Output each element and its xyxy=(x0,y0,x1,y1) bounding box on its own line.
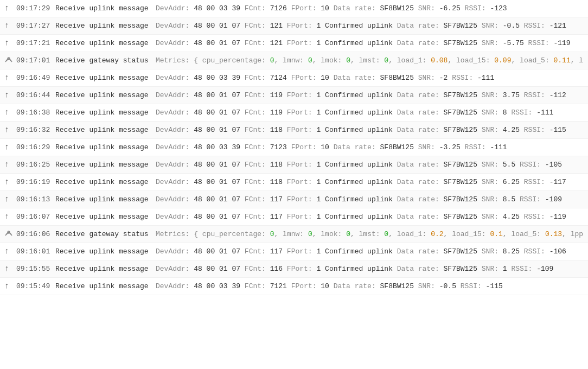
uplink-icon: ↑ xyxy=(4,160,16,169)
log-data: Metrics: { cpu_percentage: 0, lmnw: 0, l… xyxy=(156,56,584,65)
log-data: DevAddr: 48 00 01 07 FCnt: 119 FPort: 1 … xyxy=(156,109,584,117)
log-data: Metrics: { cpu_percentage: 0, lmnw: 0, l… xyxy=(156,230,584,238)
log-data: DevAddr: 48 00 01 07 FCnt: 118 FPort: 1 … xyxy=(156,178,584,186)
uplink-icon: ↑ xyxy=(4,177,16,187)
log-data: DevAddr: 48 00 01 07 FCnt: 118 FPort: 1 … xyxy=(156,126,584,134)
log-data: DevAddr: 48 00 01 07 FCnt: 117 FPort: 1 … xyxy=(156,195,584,203)
log-data: DevAddr: 48 00 01 07 FCnt: 119 FPort: 1 … xyxy=(156,91,584,99)
log-row: ↑09:16:32Receive uplink messageDevAddr: … xyxy=(0,122,588,139)
log-time: 09:15:49 xyxy=(16,282,55,290)
gateway-icon xyxy=(4,56,16,65)
log-row: ↑09:15:55Receive uplink messageDevAddr: … xyxy=(0,260,588,278)
log-row: ↑09:16:07Receive uplink messageDevAddr: … xyxy=(0,208,588,226)
log-time: 09:16:01 xyxy=(16,247,55,256)
log-type: Receive uplink message xyxy=(55,282,156,290)
log-row: ↑09:16:13Receive uplink messageDevAddr: … xyxy=(0,191,588,208)
uplink-icon: ↑ xyxy=(4,212,16,221)
log-type: Receive uplink message xyxy=(55,161,156,169)
log-type: Receive gateway status xyxy=(55,56,156,65)
log-time: 09:17:21 xyxy=(16,39,55,47)
log-time: 09:16:19 xyxy=(16,178,55,186)
log-row: ↑09:15:49Receive uplink messageDevAddr: … xyxy=(0,278,588,295)
log-type: Receive uplink message xyxy=(55,195,156,203)
log-type: Receive uplink message xyxy=(55,109,156,117)
log-type: Receive uplink message xyxy=(55,265,156,273)
log-type: Receive uplink message xyxy=(55,126,156,134)
log-row: ↑09:17:21Receive uplink messageDevAddr: … xyxy=(0,35,588,52)
log-row: 09:17:01Receive gateway statusMetrics: {… xyxy=(0,52,588,69)
log-type: Receive uplink message xyxy=(55,91,156,99)
log-data: DevAddr: 48 00 01 07 FCnt: 121 FPort: 1 … xyxy=(156,22,584,30)
log-row: ↑09:17:27Receive uplink messageDevAddr: … xyxy=(0,17,588,35)
log-type: Receive uplink message xyxy=(55,247,156,256)
log-time: 09:16:06 xyxy=(16,230,55,238)
log-data: DevAddr: 48 00 01 07 FCnt: 118 FPort: 1 … xyxy=(156,161,584,169)
uplink-icon: ↑ xyxy=(4,4,16,13)
log-type: Receive uplink message xyxy=(55,22,156,30)
uplink-icon: ↑ xyxy=(4,39,16,48)
uplink-icon: ↑ xyxy=(4,73,16,82)
log-row: ↑09:16:44Receive uplink messageDevAddr: … xyxy=(0,87,588,104)
log-time: 09:16:38 xyxy=(16,109,55,117)
log-row: ↑09:16:25Receive uplink messageDevAddr: … xyxy=(0,156,588,174)
log-data: DevAddr: 48 00 03 39 FCnt: 7123 FPort: 1… xyxy=(156,143,584,151)
log-type: Receive gateway status xyxy=(55,230,156,238)
uplink-icon: ↑ xyxy=(4,264,16,273)
uplink-icon: ↑ xyxy=(4,143,16,152)
uplink-icon: ↑ xyxy=(4,282,16,291)
log-row: ↑09:16:29Receive uplink messageDevAddr: … xyxy=(0,139,588,156)
log-time: 09:16:13 xyxy=(16,195,55,203)
log-row: ↑09:16:49Receive uplink messageDevAddr: … xyxy=(0,69,588,87)
log-time: 09:16:32 xyxy=(16,126,55,134)
log-data: DevAddr: 48 00 01 07 FCnt: 116 FPort: 1 … xyxy=(156,265,584,273)
log-time: 09:16:25 xyxy=(16,161,55,169)
log-time: 09:16:49 xyxy=(16,74,55,82)
gateway-icon xyxy=(4,230,16,238)
uplink-icon: ↑ xyxy=(4,21,16,30)
log-data: DevAddr: 48 00 01 07 FCnt: 117 FPort: 1 … xyxy=(156,247,584,256)
uplink-icon: ↑ xyxy=(4,247,16,256)
log-data: DevAddr: 48 00 03 39 FCnt: 7124 FPort: 1… xyxy=(156,74,584,82)
log-time: 09:16:44 xyxy=(16,91,55,99)
log-time: 09:17:27 xyxy=(16,22,55,30)
log-data: DevAddr: 48 00 01 07 FCnt: 121 FPort: 1 … xyxy=(156,39,584,47)
log-container: ↑09:17:29Receive uplink messageDevAddr: … xyxy=(0,0,588,295)
log-type: Receive uplink message xyxy=(55,213,156,221)
log-row: ↑09:16:01Receive uplink messageDevAddr: … xyxy=(0,243,588,260)
log-data: DevAddr: 48 00 03 39 FCnt: 7126 FPort: 1… xyxy=(156,4,584,12)
log-data: DevAddr: 48 00 01 07 FCnt: 117 FPort: 1 … xyxy=(156,213,584,221)
log-data: DevAddr: 48 00 03 39 FCnt: 7121 FPort: 1… xyxy=(156,282,584,290)
log-type: Receive uplink message xyxy=(55,74,156,82)
uplink-icon: ↑ xyxy=(4,108,16,117)
log-time: 09:16:29 xyxy=(16,143,55,151)
uplink-icon: ↑ xyxy=(4,91,16,100)
log-row: ↑09:16:38Receive uplink messageDevAddr: … xyxy=(0,104,588,122)
log-time: 09:17:01 xyxy=(16,56,55,65)
uplink-icon: ↑ xyxy=(4,195,16,204)
log-type: Receive uplink message xyxy=(55,4,156,12)
log-time: 09:15:55 xyxy=(16,265,55,273)
log-time: 09:16:07 xyxy=(16,213,55,221)
log-type: Receive uplink message xyxy=(55,39,156,47)
log-type: Receive uplink message xyxy=(55,178,156,186)
log-row: ↑09:16:19Receive uplink messageDevAddr: … xyxy=(0,174,588,191)
log-row: 09:16:06Receive gateway statusMetrics: {… xyxy=(0,226,588,243)
log-type: Receive uplink message xyxy=(55,143,156,151)
log-time: 09:17:29 xyxy=(16,4,55,12)
uplink-icon: ↑ xyxy=(4,125,16,135)
log-row: ↑09:17:29Receive uplink messageDevAddr: … xyxy=(0,0,588,17)
